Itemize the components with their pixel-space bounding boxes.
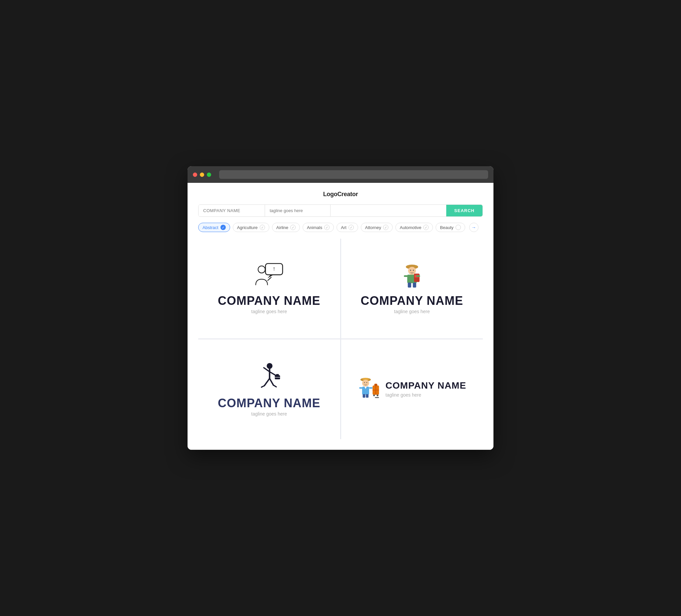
logo-grid: ↑ COMPANY NAME tagline goes here xyxy=(198,239,483,439)
company-name-1: COMPANY NAME xyxy=(218,295,321,307)
maximize-button[interactable] xyxy=(207,173,211,177)
logo-icon-2 xyxy=(399,263,425,289)
svg-rect-14 xyxy=(416,275,420,277)
filter-chip-automotive[interactable]: Automotive✓ xyxy=(395,223,433,232)
filter-label: Agriculture xyxy=(237,225,258,230)
app-title: LogoCreator xyxy=(198,191,483,198)
address-bar xyxy=(219,170,488,179)
svg-point-17 xyxy=(267,363,273,369)
filter-label: Airline xyxy=(276,225,288,230)
svg-point-32 xyxy=(367,382,368,383)
logo-text-group-4: COMPANY NAME tagline goes here xyxy=(385,381,466,397)
search-button[interactable]: SEARCH xyxy=(446,205,482,216)
svg-rect-44 xyxy=(375,397,379,398)
filter-label: Beauty xyxy=(440,225,453,230)
filter-label: Attorney xyxy=(365,225,381,230)
logo-card-3[interactable]: COMPANY NAME tagline goes here xyxy=(198,339,340,439)
logo-card-1[interactable]: ↑ COMPANY NAME tagline goes here xyxy=(198,239,340,338)
svg-point-43 xyxy=(377,394,378,396)
logo-card-2[interactable]: COMPANY NAME tagline goes here xyxy=(341,239,483,338)
filter-next-arrow[interactable]: → xyxy=(469,223,479,232)
company-name-3: COMPANY NAME xyxy=(218,397,321,409)
svg-text:↑: ↑ xyxy=(273,265,276,272)
company-name-4: COMPANY NAME xyxy=(385,381,466,390)
svg-line-20 xyxy=(270,372,276,375)
svg-line-24 xyxy=(264,378,270,386)
tagline-1: tagline goes here xyxy=(251,309,287,314)
logo-icon-3 xyxy=(257,362,281,392)
tagline-4: tagline goes here xyxy=(385,392,466,397)
filter-chip-beauty[interactable]: Beauty xyxy=(436,223,465,232)
svg-rect-13 xyxy=(404,275,408,277)
tagline-3: tagline goes here xyxy=(251,411,287,416)
svg-point-9 xyxy=(413,270,414,271)
svg-point-42 xyxy=(373,394,375,396)
svg-line-26 xyxy=(262,386,265,387)
tagline-2: tagline goes here xyxy=(394,309,430,314)
svg-point-30 xyxy=(362,380,369,387)
tagline-input[interactable] xyxy=(265,205,330,216)
logo-icon-4 xyxy=(357,375,381,398)
svg-point-31 xyxy=(364,382,365,383)
svg-rect-15 xyxy=(408,283,411,287)
minimize-button[interactable] xyxy=(200,173,204,177)
close-button[interactable] xyxy=(193,173,197,177)
svg-rect-35 xyxy=(369,387,373,389)
svg-point-3 xyxy=(258,266,265,273)
svg-rect-37 xyxy=(366,394,369,398)
filter-label: Automotive xyxy=(400,225,421,230)
svg-rect-22 xyxy=(276,374,279,375)
filter-label: Animals xyxy=(307,225,322,230)
filter-chip-attorney[interactable]: Attorney✓ xyxy=(361,223,393,232)
svg-point-8 xyxy=(410,270,411,271)
search-bar: SEARCH xyxy=(198,204,483,217)
filter-chip-animals[interactable]: Animals✓ xyxy=(303,223,334,232)
filter-label: Art xyxy=(341,225,347,230)
svg-point-7 xyxy=(408,267,416,275)
svg-line-27 xyxy=(273,385,276,387)
svg-rect-16 xyxy=(413,283,416,287)
logo-card-4[interactable]: COMPANY NAME tagline goes here xyxy=(341,339,483,439)
company-name-input[interactable] xyxy=(199,205,265,216)
extra-input[interactable] xyxy=(330,205,446,216)
filter-label: Abstract xyxy=(202,225,219,230)
filter-chip-agriculture[interactable]: Agriculture✓ xyxy=(233,223,269,232)
svg-rect-34 xyxy=(359,387,363,389)
filter-bar: Abstract✓Agriculture✓Airline✓Animals✓Art… xyxy=(198,223,483,232)
filter-chip-airline[interactable]: Airline✓ xyxy=(272,223,300,232)
company-name-2: COMPANY NAME xyxy=(360,295,463,307)
app-container: LogoCreator SEARCH Abstract✓Agriculture✓… xyxy=(187,183,494,450)
logo-icon-1: ↑ xyxy=(254,263,284,289)
filter-chip-abstract[interactable]: Abstract✓ xyxy=(198,223,230,232)
browser-titlebar xyxy=(187,166,494,183)
svg-line-25 xyxy=(270,378,273,385)
browser-window: LogoCreator SEARCH Abstract✓Agriculture✓… xyxy=(187,166,494,450)
svg-rect-36 xyxy=(363,394,365,398)
filter-chip-art[interactable]: Art✓ xyxy=(336,223,358,232)
